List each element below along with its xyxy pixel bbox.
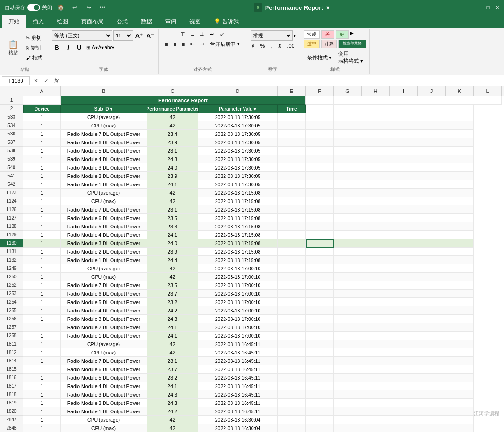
cell-b[interactable]: Radio Module 1 DL Output Power — [61, 332, 147, 340]
cell-rest[interactable] — [334, 348, 474, 357]
cell-b[interactable]: CPU (average) — [61, 113, 147, 121]
font-size-select[interactable]: 11 — [113, 30, 133, 41]
cell-rest[interactable] — [334, 315, 474, 323]
cell-c[interactable]: 23.1 — [147, 205, 198, 214]
cell-a[interactable]: 1 — [23, 273, 61, 281]
cell-f[interactable] — [306, 172, 334, 180]
tab-layout[interactable]: 页面布局 — [75, 15, 110, 28]
cell-f[interactable] — [306, 147, 334, 155]
cell-a[interactable]: 1 — [23, 290, 61, 298]
cell-1a[interactable] — [23, 96, 61, 105]
style-medium[interactable]: 适中 — [304, 40, 320, 48]
bold-button[interactable]: B — [52, 42, 62, 52]
cell-d[interactable]: 2022-03-13 17:15:08 — [198, 222, 278, 231]
cell-e[interactable] — [278, 390, 306, 399]
row-num[interactable]: 1128 — [0, 222, 23, 231]
cell-a[interactable]: 1 — [23, 248, 61, 256]
cell-b[interactable]: Radio Module 3 DL Output Power — [61, 390, 147, 399]
cell-a[interactable]: 1 — [23, 172, 61, 180]
cell-b[interactable]: Radio Module 6 DL Output Power — [61, 214, 147, 222]
cell-e[interactable] — [278, 113, 306, 121]
style-normal[interactable]: 常规 — [304, 30, 320, 39]
col-hdr-rest[interactable] — [334, 105, 474, 113]
cell-rest[interactable] — [334, 239, 474, 248]
row-num[interactable]: 537 — [0, 138, 23, 147]
cell-reference-input[interactable] — [2, 76, 30, 85]
conditional-format-btn[interactable]: 条件格式 ▾ — [305, 50, 334, 65]
tab-help[interactable]: 💡 告诉我 — [207, 15, 245, 28]
cell-f[interactable] — [306, 214, 334, 222]
col-header-m[interactable]: M — [502, 86, 504, 96]
col-header-d[interactable]: D — [198, 86, 278, 96]
cell-f[interactable] — [306, 273, 334, 281]
cell-e[interactable] — [278, 273, 306, 281]
row-num[interactable]: 1249 — [0, 264, 23, 273]
cell-f[interactable] — [306, 205, 334, 214]
format-paint-button[interactable]: 🖌 格式 — [23, 53, 45, 62]
cell-c[interactable]: 42 — [147, 121, 198, 130]
cell-b[interactable]: CPU (max) — [61, 424, 147, 432]
cell-a[interactable]: 1 — [23, 382, 61, 390]
cell-a[interactable]: 1 — [23, 231, 61, 239]
cell-f[interactable] — [306, 382, 334, 390]
more-icon[interactable]: ••• — [98, 3, 107, 12]
cell-c[interactable]: 42 — [147, 113, 198, 121]
window-close[interactable]: ✕ — [495, 5, 499, 11]
cell-rest[interactable] — [334, 382, 474, 390]
redo-icon[interactable]: ↪ — [84, 3, 93, 12]
cell-d[interactable]: 2022-03-13 17:30:05 — [198, 138, 278, 147]
increase-decimal-btn[interactable]: .0 — [275, 42, 284, 50]
cell-b[interactable]: Radio Module 7 DL Output Power — [61, 281, 147, 290]
cell-f[interactable] — [306, 138, 334, 147]
align-middle-btn[interactable]: ≡ — [189, 31, 196, 38]
cell-f[interactable] — [306, 163, 334, 172]
cell-f[interactable] — [306, 180, 334, 189]
cell-f[interactable] — [306, 264, 334, 273]
cell-b[interactable]: Radio Module 5 DL Output Power — [61, 298, 147, 306]
cell-b[interactable]: CPU (average) — [61, 264, 147, 273]
row-num[interactable]: 1815 — [0, 365, 23, 374]
cell-d[interactable]: 2022-03-13 17:00:10 — [198, 264, 278, 273]
row-num[interactable]: 1250 — [0, 273, 23, 281]
cell-b[interactable]: Radio Module 7 DL Output Power — [61, 130, 147, 138]
cell-c[interactable]: 42 — [147, 197, 198, 205]
cell-d[interactable]: 2022-03-13 16:45:11 — [198, 382, 278, 390]
decrease-decimal-btn[interactable]: .00 — [285, 42, 296, 50]
cell-f[interactable] — [306, 340, 334, 348]
cell-c[interactable]: 42 — [147, 424, 198, 432]
row-num[interactable]: 1812 — [0, 348, 23, 357]
cell-d[interactable]: 2022-03-13 17:00:10 — [198, 273, 278, 281]
cell-b[interactable]: CPU (average) — [61, 189, 147, 197]
cell-d[interactable]: 2022-03-13 17:15:08 — [198, 256, 278, 264]
cell-a[interactable]: 1 — [23, 205, 61, 214]
cut-button[interactable]: ✂ 剪切 — [23, 34, 45, 42]
cell-f[interactable] — [306, 248, 334, 256]
percent-btn[interactable]: % — [258, 42, 267, 50]
copy-button[interactable]: ⎘ 复制 — [23, 43, 45, 52]
cell-e[interactable] — [278, 172, 306, 180]
cell-a[interactable]: 1 — [23, 256, 61, 264]
cell-f[interactable] — [306, 306, 334, 315]
row-num[interactable]: 1253 — [0, 290, 23, 298]
row-num[interactable]: 1820 — [0, 407, 23, 416]
cell-rest[interactable] — [334, 147, 474, 155]
tab-insert[interactable]: 插入 — [26, 15, 50, 28]
cell-e[interactable] — [278, 315, 306, 323]
cell-rest[interactable] — [334, 214, 474, 222]
cell-rest[interactable] — [334, 374, 474, 382]
row-num[interactable]: 542 — [0, 180, 23, 189]
cell-c[interactable]: 23.5 — [147, 281, 198, 290]
cell-rest[interactable] — [334, 248, 474, 256]
cell-c[interactable]: 42 — [147, 189, 198, 197]
cell-f[interactable] — [306, 357, 334, 365]
font-color-btn[interactable]: A▾ — [98, 45, 104, 50]
cell-c[interactable]: 42 — [147, 348, 198, 357]
cell-a[interactable]: 1 — [23, 323, 61, 332]
cell-e[interactable] — [278, 239, 306, 248]
cell-e[interactable] — [278, 424, 306, 432]
cell-a[interactable]: 1 — [23, 155, 61, 163]
cell-rest[interactable] — [334, 298, 474, 306]
row-num[interactable]: 1129 — [0, 231, 23, 239]
cell-d[interactable]: 2022-03-13 16:45:11 — [198, 407, 278, 416]
cell-c[interactable]: 23.1 — [147, 147, 198, 155]
